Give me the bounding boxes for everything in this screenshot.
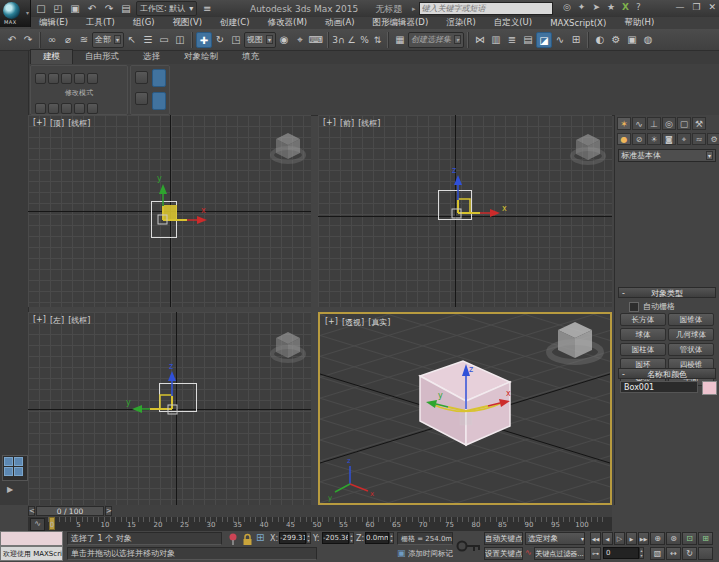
object-color-swatch[interactable] bbox=[702, 381, 717, 395]
viewport-name[interactable]: [透视] bbox=[342, 317, 364, 328]
previous-frame-button[interactable]: ◀ bbox=[602, 532, 613, 545]
object-type-button[interactable]: 圆锥体 bbox=[668, 313, 714, 326]
favorites-icon[interactable]: ★ bbox=[607, 2, 615, 12]
viewport-layout-button[interactable] bbox=[2, 455, 28, 481]
minimize-button[interactable]: — bbox=[675, 2, 684, 12]
redo-button[interactable]: ↷ bbox=[20, 32, 36, 48]
x-coordinate-field[interactable]: -299.315m bbox=[279, 532, 306, 544]
viewport-shading[interactable]: [线框] bbox=[68, 118, 90, 129]
menu-item[interactable]: 修改器(M) bbox=[259, 17, 316, 29]
toggle-ribbon-icon[interactable]: ◪ bbox=[536, 32, 552, 48]
bind-to-space-warp-icon[interactable]: ≋ bbox=[76, 32, 92, 48]
helpers-icon[interactable]: ⌖ bbox=[677, 133, 691, 145]
redo-icon[interactable]: ↷ bbox=[102, 1, 116, 17]
next-frame-button[interactable]: ▶ bbox=[626, 532, 637, 545]
menu-item[interactable]: 视图(V) bbox=[164, 17, 211, 29]
viewport-front[interactable]: [+] [前] [线框] z x bbox=[318, 115, 612, 307]
tab-motion-icon[interactable]: ◎ bbox=[662, 117, 676, 130]
schematic-view-icon[interactable]: ⊞ bbox=[568, 32, 584, 48]
absolute-offset-toggle-icon[interactable]: ⊞ bbox=[256, 532, 264, 543]
select-and-move-icon[interactable]: ✚ bbox=[196, 32, 212, 48]
window-crossing-icon[interactable]: ◫ bbox=[172, 32, 188, 48]
y-spinner[interactable]: ▴▾ bbox=[349, 532, 354, 544]
collapse-icon[interactable] bbox=[87, 103, 98, 114]
move-gizmo[interactable]: z x bbox=[418, 153, 513, 238]
rendered-frame-window-icon[interactable]: ▣ bbox=[624, 32, 640, 48]
time-slider[interactable]: 0 / 100 bbox=[36, 506, 104, 516]
zoom-icon[interactable]: ⊕ bbox=[650, 532, 665, 545]
next-frame-arrow[interactable]: > bbox=[105, 506, 112, 516]
select-by-name-icon[interactable]: ☰ bbox=[140, 32, 156, 48]
scene-explorer-icon[interactable]: ▤ bbox=[520, 32, 536, 48]
previous-frame-arrow[interactable]: < bbox=[28, 506, 35, 516]
maxscript-mini-listener[interactable] bbox=[0, 531, 63, 546]
tab-hierarchy-icon[interactable]: ⊥ bbox=[647, 117, 661, 130]
viewport-name[interactable]: [左] bbox=[50, 315, 64, 326]
tab-display-icon[interactable]: ▢ bbox=[677, 117, 691, 130]
viewcube-ghost[interactable] bbox=[566, 129, 610, 171]
viewport-name[interactable]: [顶] bbox=[50, 118, 64, 129]
angle-snap-icon[interactable]: ∠ bbox=[345, 32, 358, 48]
render-setup-icon[interactable]: ⚙ bbox=[608, 32, 624, 48]
preview-subobj-icon[interactable] bbox=[48, 103, 59, 114]
z-spinner[interactable]: ▴▾ bbox=[389, 532, 394, 544]
percent-snap-icon[interactable]: % bbox=[358, 32, 371, 48]
select-and-link-icon[interactable]: ∞ bbox=[44, 32, 60, 48]
geometry-icon[interactable]: ● bbox=[617, 133, 631, 145]
subscription-icon[interactable]: ✦ bbox=[578, 2, 586, 12]
select-and-rotate-icon[interactable]: ↻ bbox=[212, 32, 228, 48]
maximize-button[interactable]: ❐ bbox=[692, 2, 700, 12]
frame-spinner[interactable]: ▴▾ bbox=[639, 547, 644, 559]
viewport-name[interactable]: [前] bbox=[340, 118, 354, 129]
snaps-toggle-icon[interactable]: 3∩ bbox=[332, 32, 345, 48]
viewport-left[interactable]: [+] [左] [线框] z y bbox=[28, 312, 311, 505]
tab-create-icon[interactable]: ✶ bbox=[617, 117, 631, 130]
viewport-shading[interactable]: [线框] bbox=[68, 315, 90, 326]
menu-item[interactable]: 工具(T) bbox=[77, 17, 124, 29]
menu-item[interactable]: 编辑(E) bbox=[30, 17, 77, 29]
ribbon-tab[interactable]: 对象绘制 bbox=[172, 50, 230, 64]
border-mode-icon[interactable] bbox=[61, 73, 72, 84]
polygon-mode-icon[interactable] bbox=[74, 73, 85, 84]
edge-mode-icon[interactable] bbox=[48, 73, 59, 84]
viewport-shading[interactable]: [真实] bbox=[368, 317, 390, 328]
object-type-button[interactable]: 长方体 bbox=[620, 313, 666, 326]
select-object-icon[interactable]: ↖ bbox=[124, 32, 140, 48]
pan-icon[interactable]: ↔ bbox=[666, 547, 681, 560]
object-type-button[interactable]: 几何球体 bbox=[668, 328, 714, 341]
toggle-command-panel-icon[interactable] bbox=[152, 69, 166, 87]
selected-filter-dropdown[interactable]: 选定对象▾ bbox=[525, 532, 585, 545]
object-type-button[interactable]: 球体 bbox=[620, 328, 666, 341]
viewcube-ghost[interactable] bbox=[266, 327, 310, 369]
key-filters-button[interactable]: 关键点过滤器... bbox=[534, 547, 585, 560]
key-mode-toggle[interactable]: ⊶ bbox=[590, 547, 601, 560]
use-pivot-center-icon[interactable]: ◉ bbox=[276, 32, 292, 48]
menu-item[interactable]: 动画(A) bbox=[316, 17, 363, 29]
render-production-icon[interactable]: ◍ bbox=[640, 32, 656, 48]
object-name-field[interactable]: Box001 bbox=[620, 381, 698, 393]
viewport-perspective[interactable]: z x y z x y [+] [透视] [真实] bbox=[318, 312, 612, 505]
toggle-scene-explorer-icon[interactable] bbox=[152, 92, 166, 110]
space-warps-icon[interactable]: ≈ bbox=[692, 133, 706, 145]
set-keys-button[interactable] bbox=[456, 533, 482, 560]
open-file-icon[interactable]: ◰ bbox=[51, 1, 65, 17]
qat-customize-icon[interactable]: ≡ bbox=[200, 1, 214, 17]
exchange-apps-icon[interactable]: X bbox=[622, 2, 629, 12]
select-and-scale-icon[interactable]: ◳ bbox=[228, 32, 244, 48]
viewport-menu-plus[interactable]: [+] bbox=[33, 315, 46, 326]
menu-item[interactable]: 组(G) bbox=[124, 17, 164, 29]
ribbon-min-icon[interactable] bbox=[135, 71, 148, 84]
viewport-shading[interactable]: [线框] bbox=[358, 118, 380, 129]
menu-item[interactable]: 图形编辑器(D) bbox=[364, 17, 438, 29]
x-spinner[interactable]: ▴▾ bbox=[306, 532, 311, 544]
application-menu-button[interactable]: MAX ▾ bbox=[0, 0, 31, 27]
save-file-icon[interactable]: ▣ bbox=[68, 1, 82, 17]
edit-named-selection-sets-icon[interactable]: ▦ bbox=[392, 32, 408, 48]
ribbon-tab[interactable]: 选择 bbox=[131, 50, 172, 64]
material-editor-icon[interactable]: ◐ bbox=[592, 32, 608, 48]
viewport-top[interactable]: [+] [顶] [线框] y x bbox=[28, 115, 311, 307]
menu-item[interactable]: MAXScript(X) bbox=[541, 18, 615, 28]
name-color-rollout[interactable]: - 名称和颜色 bbox=[618, 368, 716, 379]
preview-multi-icon[interactable] bbox=[61, 103, 72, 114]
mirror-icon[interactable]: ⋈ bbox=[472, 32, 488, 48]
